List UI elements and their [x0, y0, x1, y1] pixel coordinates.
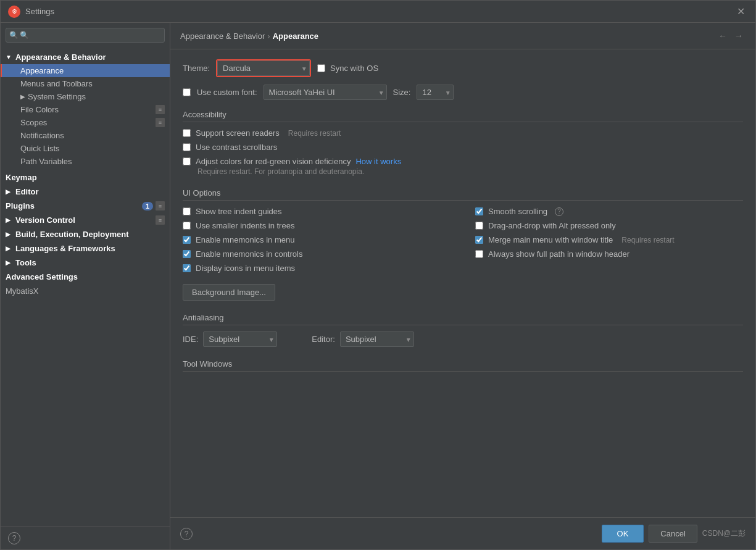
bottom-right: OK Cancel CSDN@二彭	[602, 525, 746, 543]
settings-content: Theme: Darcula IntelliJ Light High Contr…	[170, 49, 755, 517]
sidebar-item-system-settings[interactable]: ▶ System Settings	[1, 90, 170, 103]
file-colors-icon: ≡	[156, 105, 165, 114]
editor-anti-select[interactable]: Subpixel Greyscale None	[340, 331, 414, 347]
sidebar-item-advanced-settings[interactable]: Advanced Settings	[1, 270, 170, 284]
theme-select-wrapper: Darcula IntelliJ Light High Contrast ▾	[217, 60, 310, 76]
settings-window: ⚙ Settings ✕ 🔍 ▼ Appearance & Behavior A…	[0, 0, 756, 550]
custom-font-checkbox[interactable]	[183, 88, 191, 96]
contrast-scrollbars-checkbox[interactable]	[183, 143, 191, 151]
how-it-works-link[interactable]: How it works	[355, 157, 401, 166]
sidebar-item-version-control[interactable]: ▶ Version Control ≡	[1, 213, 170, 227]
display-icons-item: Display icons in menu items	[183, 264, 451, 273]
font-select[interactable]: Microsoft YaHei UI Arial Consolas	[264, 85, 387, 100]
sidebar-item-plugins[interactable]: Plugins 1 ≡	[1, 199, 170, 213]
ui-options-grid: Show tree indent guides Smooth scrolling…	[183, 207, 743, 273]
enable-mnemonics-menu-checkbox[interactable]	[183, 236, 191, 244]
vc-arrow: ▶	[6, 217, 12, 223]
smaller-indents-item: Use smaller indents in trees	[183, 221, 451, 230]
expand-arrow: ▼	[6, 54, 12, 60]
sidebar-item-notifications[interactable]: Notifications	[1, 129, 170, 142]
bottom-help-button[interactable]: ?	[180, 528, 193, 540]
window-title: Settings	[25, 7, 733, 16]
vc-icon: ≡	[156, 215, 165, 225]
adjust-colors-checkbox[interactable]	[183, 157, 191, 165]
tools-arrow: ▶	[6, 259, 12, 266]
title-bar: ⚙ Settings ✕	[1, 1, 755, 23]
size-select[interactable]: 12 10 11 13 14	[417, 85, 454, 100]
accessibility-header: Accessibility	[183, 110, 743, 122]
screen-readers-restart: Requires restart	[288, 129, 341, 138]
sidebar-item-quick-lists[interactable]: Quick Lists	[1, 142, 170, 155]
sidebar-item-path-variables[interactable]: Path Variables	[1, 155, 170, 168]
smooth-scrolling-help-icon[interactable]: ?	[555, 207, 563, 216]
search-box: 🔍	[6, 28, 165, 43]
contrast-scrollbars-row: Use contrast scrollbars	[183, 143, 743, 152]
plugins-badge: 1	[142, 202, 153, 210]
screen-readers-checkbox[interactable]	[183, 129, 191, 137]
cancel-button[interactable]: Cancel	[649, 525, 697, 543]
sidebar-item-build-execution[interactable]: ▶ Build, Execution, Deployment	[1, 227, 170, 241]
ide-anti-select-wrapper: Subpixel Greyscale None ▾	[203, 331, 277, 347]
search-input[interactable]	[6, 28, 165, 43]
size-label: Size:	[393, 88, 411, 97]
sync-os-row: Sync with OS	[317, 64, 378, 73]
smaller-indents-checkbox[interactable]	[183, 222, 191, 230]
sidebar-item-mybatisx[interactable]: MybatisX	[1, 284, 170, 298]
editor-anti-select-wrapper: Subpixel Greyscale None ▾	[340, 331, 414, 347]
breadcrumb-bar: Appearance & Behavior › Appearance ← →	[170, 23, 755, 49]
always-show-path-checkbox[interactable]	[475, 250, 483, 258]
background-image-button[interactable]: Background Image...	[183, 284, 275, 301]
sidebar: 🔍 ▼ Appearance & Behavior Appearance Men…	[1, 23, 170, 549]
display-icons-label: Display icons in menu items	[196, 264, 295, 273]
enable-mnemonics-controls-label: Enable mnemonics in controls	[196, 249, 302, 259]
ide-anti-label: IDE:	[183, 335, 198, 344]
sync-os-checkbox[interactable]	[317, 64, 325, 72]
sidebar-item-editor[interactable]: ▶ Editor	[1, 185, 170, 199]
nav-forward-arrow[interactable]: →	[732, 29, 746, 43]
sidebar-item-file-colors[interactable]: File Colors ≡	[1, 103, 170, 116]
ide-anti-item: IDE: Subpixel Greyscale None ▾	[183, 331, 277, 347]
sidebar-item-appearance[interactable]: Appearance	[1, 64, 170, 77]
font-select-wrapper: Microsoft YaHei UI Arial Consolas ▾	[264, 85, 387, 100]
content-area: 🔍 ▼ Appearance & Behavior Appearance Men…	[1, 23, 755, 549]
sidebar-item-scopes[interactable]: Scopes ≡	[1, 116, 170, 129]
sidebar-tree: ▼ Appearance & Behavior Appearance Menus…	[1, 48, 170, 527]
adjust-colors-desc: Requires restart. For protanopia and deu…	[197, 167, 743, 176]
nav-back-arrow[interactable]: ←	[716, 29, 729, 43]
help-button[interactable]: ?	[8, 532, 20, 544]
sidebar-item-languages-frameworks[interactable]: ▶ Languages & Frameworks	[1, 241, 170, 256]
tool-windows-header: Tool Windows	[183, 359, 743, 372]
show-tree-indent-checkbox[interactable]	[183, 207, 191, 215]
ide-anti-select[interactable]: Subpixel Greyscale None	[203, 331, 277, 347]
ok-button[interactable]: OK	[602, 525, 644, 543]
smaller-indents-label: Use smaller indents in trees	[196, 221, 294, 230]
sidebar-item-appearance-behavior[interactable]: ▼ Appearance & Behavior	[1, 50, 170, 64]
merge-menu-restart: Requires restart	[621, 236, 674, 244]
antialiasing-row: IDE: Subpixel Greyscale None ▾ Editor:	[183, 331, 743, 347]
scopes-icon: ≡	[156, 118, 165, 127]
sync-os-label: Sync with OS	[330, 64, 378, 73]
sidebar-item-tools[interactable]: ▶ Tools	[1, 256, 170, 270]
enable-mnemonics-controls-checkbox[interactable]	[183, 250, 191, 258]
sidebar-footer: ?	[1, 527, 170, 549]
bottom-bar: ? OK Cancel CSDN@二彭	[170, 517, 755, 549]
adjust-colors-label: Adjust colors for red-green vision defic…	[196, 157, 351, 166]
smooth-scrolling-checkbox[interactable]	[475, 207, 483, 215]
merge-menu-checkbox[interactable]	[475, 236, 483, 244]
sidebar-item-keymap[interactable]: Keymap	[1, 170, 170, 185]
size-select-wrapper: 12 10 11 13 14 ▾	[417, 85, 454, 100]
ui-options-header: UI Options	[183, 188, 743, 201]
show-tree-indent-label: Show tree indent guides	[196, 207, 281, 216]
close-button[interactable]: ✕	[733, 4, 748, 19]
custom-font-row: Use custom font: Microsoft YaHei UI Aria…	[183, 85, 743, 100]
editor-anti-item: Editor: Subpixel Greyscale None ▾	[312, 331, 414, 347]
adjust-colors-row: Adjust colors for red-green vision defic…	[183, 157, 743, 176]
display-icons-checkbox[interactable]	[183, 264, 191, 272]
drag-drop-checkbox[interactable]	[475, 222, 483, 230]
sidebar-item-menus-toolbars[interactable]: Menus and Toolbars	[1, 77, 170, 90]
theme-select[interactable]: Darcula IntelliJ Light High Contrast	[217, 60, 310, 76]
always-show-path-label: Always show full path in window header	[488, 249, 629, 259]
editor-arrow: ▶	[6, 188, 12, 195]
breadcrumb-parent[interactable]: Appearance & Behavior	[180, 31, 265, 41]
screen-readers-row: Support screen readers Requires restart	[183, 128, 743, 138]
